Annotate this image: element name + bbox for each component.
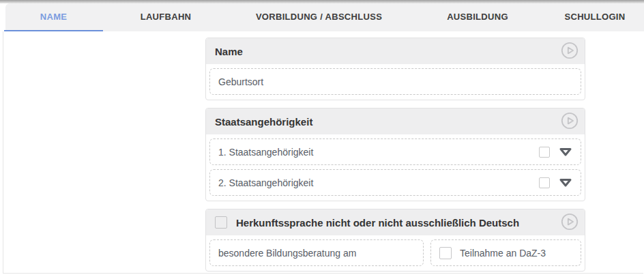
arrow-drop-down-icon: [559, 178, 572, 188]
section-staatsangehoerigkeit: Staatsangehörigkeit 1. Staatsangehörigke…: [205, 108, 585, 201]
section-action-button[interactable]: [561, 214, 579, 231]
field-bildungsberatung[interactable]: besondere Bildungsberatung am: [209, 239, 424, 266]
herkunftssprache-checkbox[interactable]: [215, 216, 227, 229]
field-label: Geburtsort: [218, 76, 263, 87]
section-name-header: Name: [206, 38, 585, 64]
section-herkunftssprache-body: besondere Bildungsberatung am Teilnahme …: [206, 235, 585, 271]
staatsangehoerigkeit-1-checkbox[interactable]: [539, 147, 550, 158]
staatsangehoerigkeit-2-checkbox[interactable]: [539, 177, 550, 188]
section-herkunftssprache-header: Herkunftssprache nicht oder nicht aussch…: [206, 209, 585, 235]
section-herkunftssprache: Herkunftssprache nicht oder nicht aussch…: [205, 209, 585, 272]
field-label: 2. Staatsangehörigkeit: [218, 177, 313, 188]
field-label: Teilnahme an DaZ-3: [460, 248, 546, 259]
tab-schullogin[interactable]: SCHULLOGIN: [546, 3, 644, 31]
section-name-body: Geburtsort: [206, 64, 585, 100]
field-staatsangehoerigkeit-1[interactable]: 1. Staatsangehörigkeit: [209, 138, 581, 165]
play-circle-icon: [561, 42, 579, 61]
tab-laufbahn[interactable]: LAUFBAHN: [103, 3, 229, 31]
section-staatsangehoerigkeit-header: Staatsangehörigkeit: [206, 108, 585, 134]
form-cards-column: Name Geburtsort Staatsan: [205, 38, 585, 272]
section-title: Name: [215, 46, 243, 57]
field-teilnahme-daz3[interactable]: Teilnahme an DaZ-3: [430, 239, 581, 266]
tab-bar: NAME LAUFBAHN VORBILDUNG / ABSCHLUSS AUS…: [5, 3, 644, 31]
section-staatsangehoerigkeit-body: 1. Staatsangehörigkeit 2. Staatsangehöri…: [206, 134, 585, 201]
section-action-button[interactable]: [561, 42, 579, 60]
section-title: Herkunftssprache nicht oder nicht aussch…: [236, 217, 519, 229]
arrow-drop-down-icon: [559, 147, 572, 157]
field-label: 1. Staatsangehörigkeit: [218, 147, 313, 158]
field-row: besondere Bildungsberatung am Teilnahme …: [209, 239, 581, 266]
field-staatsangehoerigkeit-2[interactable]: 2. Staatsangehörigkeit: [209, 169, 581, 196]
field-geburtsort[interactable]: Geburtsort: [209, 68, 581, 95]
tab-name[interactable]: NAME: [4, 3, 103, 31]
play-circle-icon: [561, 213, 579, 233]
tab-vorbildung-abschluss[interactable]: VORBILDUNG / ABSCHLUSS: [229, 3, 409, 31]
teilnahme-daz3-checkbox[interactable]: [439, 247, 452, 259]
section-title: Staatsangehörigkeit: [215, 116, 312, 128]
field-label: besondere Bildungsberatung am: [218, 248, 356, 259]
tab-ausbildung[interactable]: AUSBILDUNG: [409, 3, 546, 31]
section-name: Name Geburtsort: [205, 38, 585, 100]
content-area: Name Geburtsort Staatsan: [3, 31, 643, 274]
play-circle-icon: [561, 112, 579, 132]
section-action-button[interactable]: [561, 113, 579, 130]
